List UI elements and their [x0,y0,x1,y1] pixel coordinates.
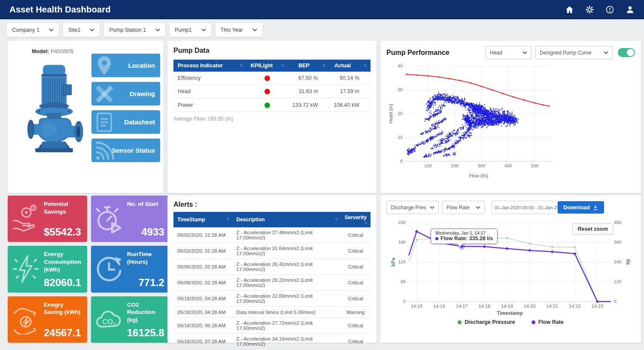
kpi-value: 24567.1 [44,327,83,339]
kpi-title: No. of Start [127,199,166,208]
kpi-card-no-of-start: No. of Start4933 [91,196,170,242]
filter-select-2[interactable]: Pump Station 1 [104,23,165,37]
pump-col-bep[interactable]: ↑↓BEP [288,60,329,72]
right-series-select[interactable]: Flow Rate [442,201,485,214]
alerts-col-serverity[interactable]: Serverity↑↓ [341,212,371,227]
kpi-title: Energy Consumption (kWh) [44,250,83,273]
kpi-card-co2-reduction-kg-: CO2CO2 Reduction (kg)16125.8 [91,296,170,343]
sort-arrows-icon: ↑↓ [365,220,367,225]
head-select[interactable]: Head [486,46,532,59]
reset-zoom-button[interactable]: Reset zoom [572,223,614,235]
pump-col-kpilight[interactable]: KPILight↑↓ [246,60,288,72]
info-icon[interactable] [605,5,614,14]
download-button[interactable]: Download [558,201,604,214]
alert-row: 05/03/2020, 01:28 AMZ - Acceleration 31.… [173,243,371,259]
svg-text:2: 2 [113,321,116,327]
kpi-value: 82060.1 [44,277,83,289]
chevron-down-icon [430,206,434,209]
pump-performance-chart[interactable] [386,62,558,181]
sort-arrows-icon: ↑↓ [240,63,242,67]
legend-dot [458,320,462,324]
kpi-light-dot [264,103,270,108]
pump-data-row: Head31.63 m17.59 m [173,85,371,98]
pump-performance-panel: Pump Performance Head Designed Pump Curv… [380,41,641,193]
left-series-select[interactable]: Discharge Pressure [386,201,439,214]
alert-row: 05/18/2020, 07:28 AMZ - Acceleration 34.… [173,334,371,350]
page-title: Asset Health Dashboard [9,5,111,15]
sensor-signal-icon [93,139,115,162]
alerts-panel: Alerts : TimeStamp↑↓Description↑↓Serveri… [167,196,377,343]
filter-bar: Company 1Site1Pump Station 1Pump1This Ye… [0,19,644,41]
kpi-title: RunTime (Hours) [127,250,166,266]
chevron-down-icon [604,51,608,54]
tooltip-title: Wednesday, Jan 1, 14:17 [435,231,493,235]
kpi-card-enegry-saving-kwh-: Enegry Saving (kWh)24567.1 [8,296,87,343]
trend-panel: Discharge Pressure Flow Rate 01-Jan-2020… [380,196,641,343]
stopwatch-start-icon [91,199,127,238]
runtime-clock-icon [91,250,127,288]
alert-row: 05/02/2020, 12:28 AMZ - Acceleration 27.… [173,227,371,243]
home-icon[interactable] [565,5,574,14]
trend-legend: Discharge PressureFlow Rate [386,319,635,325]
kpi-value: $5542.3 [44,226,83,238]
sort-arrows-icon: ↑↓ [364,63,366,67]
filter-select-3[interactable]: Pump1 [170,23,211,37]
kpi-value: 16125.8 [127,327,166,339]
asset-panel: Model: P400/805 [8,41,164,193]
pump-image [20,61,91,162]
asset-buttons: LocationDrawingDatasheetSensor Status [91,54,160,162]
sensor-status-button[interactable]: Sensor Status [91,139,160,162]
location-pin-icon [93,54,115,77]
co2-cloud-icon: CO2 [91,300,127,339]
legend-dot [532,320,535,324]
kpi-light-dot [264,75,270,81]
kpi-title: Enegry Saving (kWh) [44,300,83,317]
kpi-card-runtime-hours-: RunTime (Hours)771.2 [91,246,170,292]
pump-data-title: Pump Data [173,47,371,54]
alerts-title: Alerts : [173,201,371,208]
alerts-col-timestamp[interactable]: TimeStamp↑↓ [173,212,233,227]
user-icon[interactable] [626,5,635,14]
datasheet-doc-icon [93,111,115,133]
dashboard-page: Asset Health Dashboard Company 1Site1Pum… [0,0,644,343]
alert-row: 05/18/2020, 06:28 AMZ - Acceleration 27.… [173,318,371,334]
kpi-card-energy-consumption-kwh-: Energy Consumption (kWh)82060.1 [8,246,87,292]
drawing-tools-icon [93,83,115,105]
pump-performance-title: Pump Performance [386,49,450,57]
filter-select-1[interactable]: Site1 [63,23,100,37]
datasheet-button[interactable]: Datasheet [91,110,160,134]
main-grid: Model: P400/805 [0,41,644,343]
savings-hand-icon [8,199,44,238]
filter-select-4[interactable]: This Year [216,23,262,37]
date-range-input[interactable]: 01-Jan-2020 00:00 - 01-Jan-2020 23: [492,201,558,214]
tooltip-series-dot [435,237,438,240]
curve-toggle[interactable] [618,48,635,57]
pump-col-process-indicator[interactable]: Process Indicator↑↓ [173,60,246,72]
legend-discharge-pressure[interactable]: Discharge Pressure [458,319,515,325]
alert-row: 05/08/2020, 02:28 AMZ - Acceleration 29.… [173,275,371,291]
kpi-title: Potential Savings [44,199,83,216]
settings-gear-icon[interactable] [585,5,594,14]
sort-arrows-icon: ↑↓ [227,217,229,221]
alerts-table: TimeStamp↑↓Description↑↓Serverity↑↓ 05/0… [173,212,371,350]
pump-data-row: Efficiency67.50 %50.14 % [173,72,371,85]
chevron-down-icon [476,206,480,209]
kpi-value: 4933 [127,226,166,238]
kpi-light-dot [264,89,270,94]
curve-select[interactable]: Designed Pump Curve [535,46,613,59]
pump-data-panel: Pump Data Process Indicator↑↓KPILight↑↓↑… [167,41,377,193]
kpi-title: CO2 Reduction (kg) [127,300,166,324]
download-icon [592,205,598,211]
sort-arrows-icon: ↑↓ [322,63,325,67]
location-button[interactable]: Location [91,54,160,77]
energy-bolt-icon [8,250,44,288]
pump-data-row: Power133.72 kW106.40 kW [173,98,371,112]
alert-row: 05/06/2020, 02:28 AMZ - Acceleration 26.… [173,259,371,275]
legend-flow-rate[interactable]: Flow Rate [532,319,564,325]
chevron-down-icon [522,51,527,54]
drawing-button[interactable]: Drawing [91,82,160,106]
pump-col-actual[interactable]: ↑↓Actual [329,60,371,72]
svg-text:CO: CO [102,318,113,326]
filter-select-0[interactable]: Company 1 [7,23,59,37]
alerts-col-description[interactable]: Description↑↓ [233,212,341,227]
